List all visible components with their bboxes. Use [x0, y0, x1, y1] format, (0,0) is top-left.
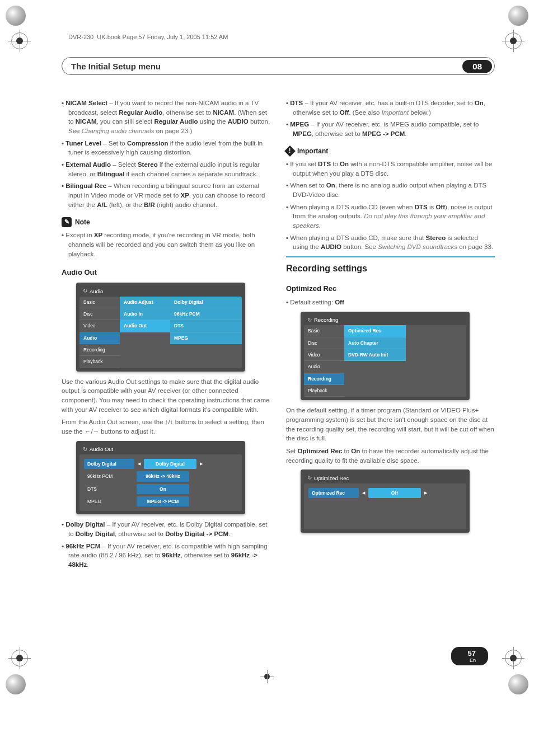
registration-mark-bottom-center — [260, 670, 274, 683]
print-corner-br — [508, 674, 528, 694]
note-icon: ✎ — [62, 217, 72, 227]
ui-panel-audio-out-title: Audio Out — [79, 444, 242, 455]
ui-cell: Audio — [79, 332, 120, 344]
important-heading: ! Important — [286, 147, 495, 156]
ui-panel-optimized-rec-title: Optimized Rec — [304, 473, 466, 483]
ui-cell: Audio In — [120, 308, 170, 320]
registration-mark-br — [505, 650, 523, 668]
item-nicam-select: NICAM Select – If you want to record the… — [62, 98, 270, 136]
ui-cell: Disc — [304, 337, 344, 349]
ui-cell: Playback — [304, 385, 344, 397]
page-number: 57 — [468, 649, 476, 658]
registration-mark-bl — [11, 650, 29, 668]
ui-cell: Audio Out — [120, 320, 170, 332]
ui-cell: Auto Chapter — [344, 337, 406, 349]
heading-audio-out: Audio Out — [62, 267, 270, 278]
ui-panel-audio-title: Audio — [79, 286, 242, 297]
page-content: DVR-230_UK.book Page 57 Friday, July 1, … — [0, 0, 534, 700]
page-number-badge: 57 En — [451, 647, 488, 665]
important-icon: ! — [284, 145, 296, 157]
ui-cell: MPEG -> PCM — [137, 496, 189, 506]
note-text: Except in XP recording mode, if you're r… — [62, 231, 270, 259]
ui-cell: MPEG — [170, 332, 242, 344]
ui-cell: DTS — [84, 484, 134, 494]
ui-cell: Off — [368, 488, 421, 498]
registration-mark-tl — [11, 32, 29, 50]
print-corner-bl — [6, 674, 26, 694]
left-column: NICAM Select – If you want to record the… — [62, 97, 270, 574]
item-dolby-digital: Dolby Digital – If your AV receiver, etc… — [62, 520, 270, 538]
ui-cell: Audio Adjust — [120, 297, 170, 308]
note-heading: ✎ Note — [62, 217, 270, 227]
audio-out-para2: From the Audio Out screen, use the ↑/↓ b… — [62, 417, 270, 436]
ui-cell: DVD-RW Auto Init — [344, 349, 406, 361]
item-tuner-level: Tuner Level – Set to Compression if the … — [62, 139, 270, 157]
ui-cell: Video — [79, 320, 120, 332]
ui-cell: Dolby Digital — [144, 459, 196, 469]
ui-cell: Disc — [79, 308, 120, 320]
important-item-4: When playing a DTS audio CD, make sure t… — [286, 233, 495, 252]
print-corner-tl — [6, 6, 26, 26]
optimized-rec-para2: Set Optimized Rec to On to have the reco… — [286, 447, 495, 465]
ui-cell: Recording — [304, 373, 344, 385]
ui-cell: Recording — [79, 344, 120, 356]
ui-cell: Optimized Rec — [344, 325, 406, 337]
chapter-number-badge: 08 — [462, 60, 492, 73]
ui-cell: DTS — [170, 320, 242, 332]
item-96khz-pcm: 96kHz PCM – If your AV receiver, etc. is… — [62, 542, 270, 570]
ui-cell: 96kHz PCM — [170, 308, 242, 320]
ui-panel-audio: Audio Basic Disc Video Audio Recording P… — [76, 283, 245, 371]
book-header-line: DVR-230_UK.book Page 57 Friday, July 1, … — [68, 34, 495, 40]
right-column: DTS – If your AV receiver, etc. has a bu… — [286, 97, 495, 574]
item-external-audio: External Audio – Select Stereo if the ex… — [62, 160, 270, 179]
print-corner-tr — [508, 6, 528, 26]
updown-arrow-icon: ↑/↓ — [165, 419, 174, 425]
ui-cell: 96kHz -> 48kHz — [137, 471, 189, 481]
heading-optimized-rec: Optimized Rec — [286, 284, 495, 294]
audio-out-para1: Use the various Audio Out settings to ma… — [62, 377, 270, 415]
chapter-titlebar: The Initial Setup menu 08 — [62, 57, 495, 75]
important-item-1: If you set DTS to On with a non-DTS comp… — [286, 159, 495, 178]
ui-panel-audio-out: Audio Out Dolby Digital◀Dolby Digital▶ 9… — [76, 441, 245, 515]
page-language: En — [468, 658, 476, 663]
ui-cell: Video — [304, 349, 344, 361]
optimized-rec-para1: On the default setting, if a timer progr… — [286, 406, 495, 443]
registration-mark-tr — [505, 32, 523, 50]
ui-cell: Dolby Digital — [84, 459, 134, 469]
ui-cell: Dolby Digital — [170, 297, 242, 308]
ui-cell: Basic — [304, 325, 344, 337]
item-bilingual-rec: Bilingual Rec – When recording a bilingu… — [62, 181, 270, 209]
important-item-2: When set to On, there is no analog audio… — [286, 181, 495, 199]
important-item-3: When playing a DTS audio CD (even when D… — [286, 203, 495, 231]
leftright-arrow-icon: ←/→ — [85, 428, 99, 435]
ui-panel-recording-title: Recording — [304, 315, 466, 326]
ui-cell: Optimized Rec — [308, 488, 359, 498]
ui-cell: Audio — [304, 361, 344, 373]
ui-panel-optimized-rec: Optimized Rec Optimized Rec◀Off▶ — [301, 469, 470, 533]
item-dts: DTS – If your AV receiver, etc. has a bu… — [286, 98, 495, 117]
heading-recording-settings: Recording settings — [286, 256, 495, 275]
ui-cell: On — [137, 484, 189, 494]
optimized-rec-default: Default setting: Off — [286, 298, 495, 307]
item-mpeg: MPEG – If your AV receiver, etc. is MPEG… — [286, 120, 495, 138]
ui-panel-recording: Recording Basic Disc Video Audio Recordi… — [301, 312, 470, 400]
ui-cell: Playback — [79, 356, 120, 368]
ui-cell: 96kHz PCM — [84, 471, 134, 481]
ui-cell: MPEG — [84, 496, 134, 506]
ui-cell: Basic — [79, 297, 120, 308]
chapter-title: The Initial Setup menu — [71, 62, 161, 71]
